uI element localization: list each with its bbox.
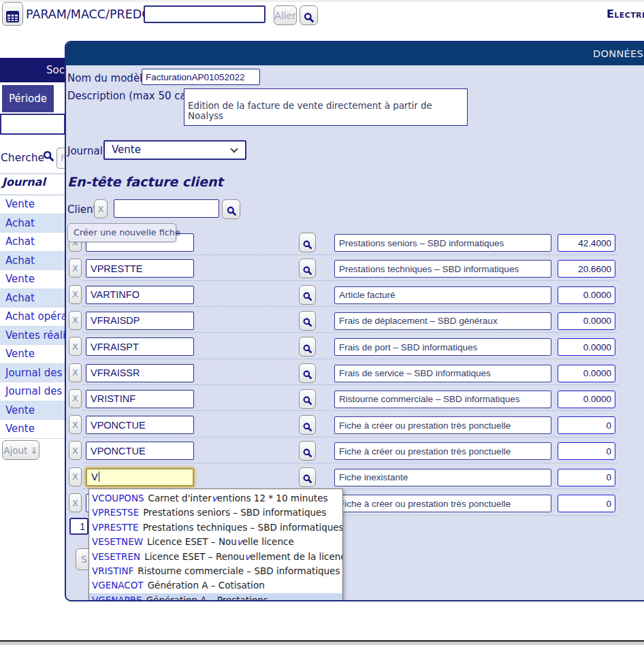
remove-row-button[interactable]: X bbox=[69, 441, 82, 460]
journal-list-item[interactable]: Journal des a bbox=[0, 382, 65, 401]
description-textarea[interactable]: Edition de la facture de vente directeme… bbox=[184, 88, 468, 126]
item-search-button[interactable] bbox=[299, 363, 316, 383]
remove-row-button[interactable]: X bbox=[69, 389, 82, 408]
item-row: X bbox=[66, 259, 644, 278]
autocomplete-item[interactable]: VESETRENLicence ESET – Renouvellement de… bbox=[89, 550, 342, 564]
item-search-button[interactable] bbox=[299, 259, 316, 278]
journal-list-item[interactable]: Journal des a bbox=[0, 364, 65, 383]
item-price-input[interactable] bbox=[558, 286, 615, 304]
remove-row-button[interactable]: X bbox=[69, 493, 82, 512]
client-search-button[interactable] bbox=[222, 199, 240, 219]
journal-list-item[interactable]: Achat bbox=[0, 214, 65, 233]
item-code-input[interactable] bbox=[86, 337, 194, 356]
autocomplete-item[interactable]: VCOUPONSCarnet d'interventions 12 * 10 m… bbox=[89, 491, 342, 506]
item-search-button[interactable] bbox=[299, 337, 316, 357]
row-separator bbox=[83, 332, 618, 333]
item-description-input[interactable] bbox=[334, 260, 551, 278]
journal-list-item[interactable]: Vente bbox=[0, 420, 65, 439]
journal-list-item[interactable]: Achat bbox=[0, 289, 65, 308]
item-search-button[interactable] bbox=[299, 285, 316, 305]
sidebar-search-icon[interactable] bbox=[42, 150, 54, 162]
journal-list-item[interactable]: Achat opéra bbox=[0, 308, 65, 327]
item-code-input[interactable] bbox=[86, 312, 194, 330]
command-input[interactable] bbox=[144, 5, 265, 23]
item-code-input[interactable] bbox=[86, 416, 194, 434]
item-code-input[interactable] bbox=[86, 442, 194, 460]
item-description-input[interactable] bbox=[334, 312, 551, 330]
autocomplete-item[interactable]: VGENACOTGénération A – Cotisation bbox=[89, 578, 342, 593]
template-edit-dialog: DONNÉES Nom du modèle Description (max 5… bbox=[65, 41, 644, 601]
add-journal-button[interactable]: Ajout ⇓ bbox=[2, 440, 39, 460]
remove-row-button[interactable]: X bbox=[69, 259, 82, 278]
item-row-active: X V bbox=[66, 467, 644, 487]
item-description-input[interactable] bbox=[334, 391, 551, 408]
item-row: X bbox=[66, 441, 644, 461]
item-description-input[interactable] bbox=[334, 495, 551, 512]
autocomplete-item[interactable]: VESETNEWLicence ESET – Nouvelle licence bbox=[89, 535, 342, 549]
item-price-input[interactable] bbox=[558, 416, 615, 434]
create-card-tooltip: Créer une nouvelle fiche bbox=[67, 223, 176, 242]
search-icon bbox=[300, 422, 315, 432]
item-price-input[interactable] bbox=[558, 495, 615, 512]
remove-row-button[interactable]: X bbox=[69, 467, 82, 486]
journal-select[interactable]: Vente bbox=[103, 140, 246, 160]
item-description-input[interactable] bbox=[334, 469, 551, 486]
invoice-header-heading: En-tête facture client bbox=[67, 174, 223, 189]
model-name-input[interactable] bbox=[142, 69, 260, 85]
autocomplete-item[interactable]: VPRESTSEPrestations seniors – SBD inform… bbox=[89, 506, 342, 520]
autocomplete-item[interactable]: VPRESTTEPrestations techniques – SBD inf… bbox=[89, 520, 342, 535]
journal-list-item[interactable]: Vente bbox=[0, 270, 65, 289]
item-code-input[interactable] bbox=[86, 364, 194, 382]
item-search-button[interactable] bbox=[299, 311, 316, 331]
item-code-input-focused[interactable]: V bbox=[86, 468, 194, 486]
periode-input[interactable] bbox=[0, 114, 65, 135]
remove-row-button[interactable]: X bbox=[69, 285, 82, 304]
item-price-input[interactable] bbox=[558, 442, 615, 460]
journal-list-item[interactable]: Vente bbox=[0, 345, 65, 364]
autocomplete-dropdown: VCOUPONSCarnet d'interventions 12 * 10 m… bbox=[88, 489, 343, 601]
client-input[interactable] bbox=[114, 199, 219, 218]
client-label: Client bbox=[67, 203, 97, 216]
item-description-input[interactable] bbox=[334, 416, 551, 434]
go-button[interactable]: Aller bbox=[274, 5, 297, 25]
item-description-input[interactable] bbox=[334, 365, 551, 382]
item-search-button[interactable] bbox=[299, 233, 316, 252]
autocomplete-item-selected[interactable]: VGENAPREGénération A – Prestations bbox=[89, 593, 342, 601]
item-price-input[interactable] bbox=[558, 469, 615, 486]
autocomplete-item[interactable]: VRISTINFRistourne commerciale – SBD info… bbox=[89, 564, 342, 578]
item-code-input[interactable] bbox=[86, 390, 194, 408]
window-top-border bbox=[0, 1, 644, 1]
item-description-input[interactable] bbox=[334, 338, 551, 356]
item-price-input[interactable] bbox=[558, 260, 615, 278]
clear-client-button[interactable]: X bbox=[94, 199, 108, 218]
remove-row-button[interactable]: X bbox=[69, 337, 82, 356]
remove-row-button[interactable]: X bbox=[69, 311, 82, 330]
item-price-input[interactable] bbox=[558, 234, 615, 252]
topbar-search-button[interactable] bbox=[300, 5, 318, 25]
item-description-input[interactable] bbox=[334, 442, 551, 460]
item-description-input[interactable] bbox=[334, 234, 551, 252]
item-search-button[interactable] bbox=[299, 389, 316, 409]
add-row-count-input[interactable] bbox=[69, 518, 88, 535]
dialog-title-bar: DONNÉES bbox=[66, 42, 644, 65]
journal-list-item[interactable]: Vente bbox=[0, 401, 65, 420]
item-price-input[interactable] bbox=[558, 365, 615, 382]
cherche-label: Cherche bbox=[1, 152, 44, 164]
journal-list-item[interactable]: Achat bbox=[0, 233, 65, 252]
journal-list-item[interactable]: Achat bbox=[0, 252, 65, 271]
item-description-input[interactable] bbox=[334, 286, 551, 304]
item-search-button[interactable] bbox=[299, 467, 316, 487]
tab-periode[interactable]: Période bbox=[2, 85, 54, 112]
remove-row-button[interactable]: X bbox=[69, 415, 82, 434]
item-price-input[interactable] bbox=[558, 312, 615, 330]
journal-list-item[interactable]: Vente bbox=[0, 195, 65, 214]
item-code-input[interactable] bbox=[86, 259, 194, 278]
home-menu-button[interactable] bbox=[2, 2, 23, 26]
remove-row-button[interactable]: X bbox=[69, 363, 82, 382]
item-search-button[interactable] bbox=[299, 441, 316, 461]
journal-list-item[interactable]: Ventes réalis bbox=[0, 327, 65, 346]
item-price-input[interactable] bbox=[558, 338, 615, 356]
item-search-button[interactable] bbox=[299, 415, 316, 435]
item-price-input[interactable] bbox=[558, 391, 615, 408]
item-code-input[interactable] bbox=[86, 286, 194, 304]
